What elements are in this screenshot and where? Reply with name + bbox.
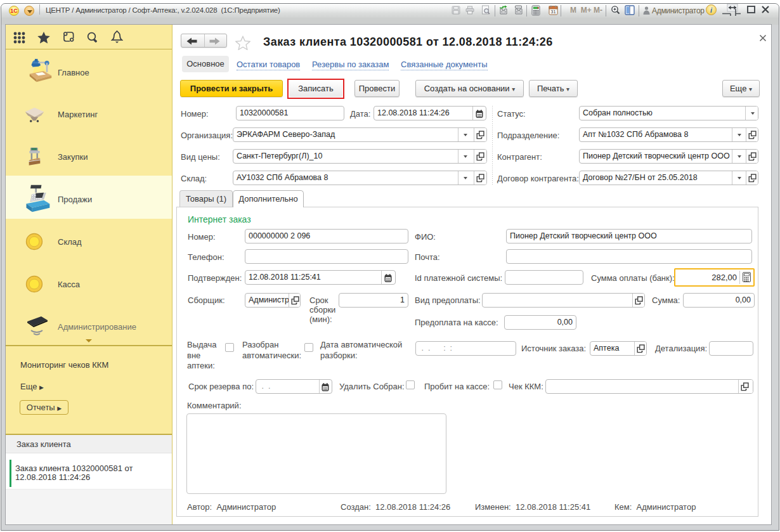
- svg-text:31: 31: [550, 9, 556, 15]
